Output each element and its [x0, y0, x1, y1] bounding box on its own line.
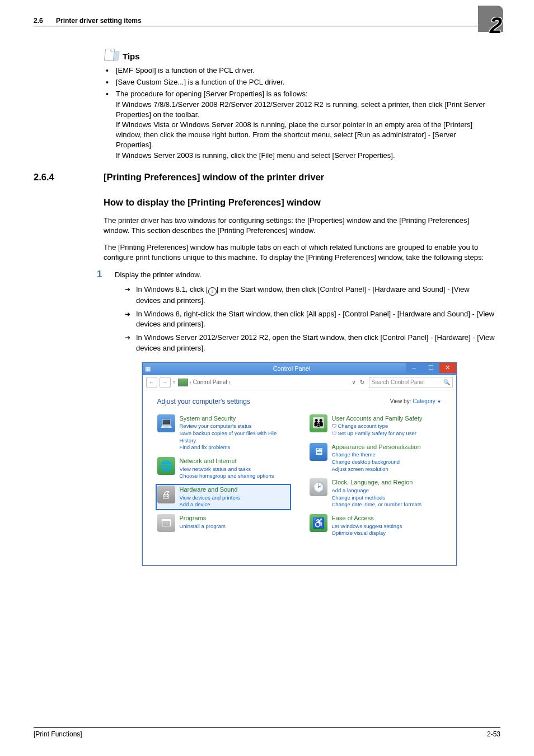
category-sublink[interactable]: Optimize visual display	[332, 530, 402, 537]
category-title[interactable]: Network and Internet	[180, 457, 274, 465]
category-sublink[interactable]: Change desktop background	[332, 459, 421, 466]
category-title[interactable]: System and Security	[180, 414, 289, 423]
header-section-number: 2.6	[34, 17, 56, 25]
search-icon: 🔍	[443, 379, 450, 386]
tips-item: The procedure for opening [Server Proper…	[104, 89, 495, 160]
category-item[interactable]: 👪User Accounts and Family SafetyChange a…	[310, 414, 442, 437]
category-item[interactable]: 🕑Clock, Language, and RegionAdd a langua…	[310, 478, 442, 508]
category-sublink[interactable]: Change the theme	[332, 451, 421, 459]
address-bar: ← → ↑ › Control Panel › v ↻ Search Contr…	[143, 375, 456, 390]
category-icon: 🌐	[157, 457, 175, 475]
category-title[interactable]: Ease of Access	[332, 514, 402, 522]
substep: In Windows 8, right-click the Start wind…	[115, 309, 495, 329]
chapter-tab: 2	[470, 6, 503, 36]
category-sublink[interactable]: Let Windows suggest settings	[332, 523, 402, 530]
category-title[interactable]: Hardware and Sound	[180, 486, 240, 494]
step-text: Display the printer window.	[115, 270, 495, 280]
running-header: 2.6 Printer driver setting items	[34, 17, 500, 26]
tips-heading: Tips	[104, 49, 495, 62]
view-by[interactable]: View by: Category ▼	[390, 398, 442, 405]
category-sublink[interactable]: View network status and tasks	[180, 466, 274, 473]
chevron-down-icon: ▼	[437, 399, 442, 404]
category-title[interactable]: Programs	[180, 514, 226, 522]
control-panel-screenshot: ▦ Control Panel – ☐ ✕ ← → ↑ › Control Pa…	[142, 362, 457, 566]
category-icon: 👪	[310, 414, 327, 432]
category-sublink[interactable]: Choose homegroup and sharing options	[180, 473, 274, 480]
category-sublink[interactable]: Save backup copies of your files with Fi…	[180, 430, 289, 445]
category-sublink[interactable]: Review your computer's status	[180, 423, 289, 430]
subsection-heading: How to display the [Printing Preferences…	[104, 196, 495, 209]
category-title[interactable]: Appearance and Personalization	[332, 443, 421, 451]
category-item[interactable]: 🖨Hardware and SoundView devices and prin…	[156, 484, 291, 510]
breadcrumb[interactable]: › Control Panel ›	[178, 379, 350, 386]
category-sublink[interactable]: Find and fix problems	[180, 444, 289, 451]
category-title[interactable]: User Accounts and Family Safety	[332, 414, 423, 423]
categories-left-column: 💻System and SecurityReview your computer…	[157, 414, 289, 538]
control-panel-icon	[178, 379, 188, 386]
search-placeholder: Search Control Panel	[372, 379, 425, 386]
category-icon: ♿	[310, 514, 327, 532]
category-item[interactable]: 💻System and SecurityReview your computer…	[157, 414, 289, 452]
forward-button[interactable]: →	[160, 377, 171, 388]
section-heading-264: 2.6.4 [Printing Preferences] window of t…	[34, 171, 495, 184]
substep: In Windows Server 2012/Server 2012 R2, o…	[115, 333, 495, 353]
up-button[interactable]: ↑	[173, 379, 176, 386]
section-heading-number: 2.6.4	[34, 171, 104, 184]
section-heading-text: [Printing Preferences] window of the pri…	[104, 171, 324, 184]
intro-paragraph-1: The printer driver has two windows for c…	[104, 216, 495, 236]
category-sublink[interactable]: Adjust screen resolution	[332, 466, 421, 473]
tips-list: [EMF Spool] is a function of the PCL dri…	[104, 66, 495, 161]
window-icon: ▦	[143, 365, 153, 373]
page-footer: [Print Functions] 2-53	[34, 727, 500, 738]
category-item[interactable]: 🖥Appearance and PersonalizationChange th…	[310, 443, 442, 473]
step-1: 1 Display the printer window. In Windows…	[97, 270, 495, 357]
window-titlebar: ▦ Control Panel – ☐ ✕	[143, 363, 456, 375]
step-number: 1	[97, 268, 115, 354]
categories-right-column: 👪User Accounts and Family SafetyChange a…	[310, 414, 442, 538]
category-icon: 🖨	[157, 486, 175, 503]
maximize-button[interactable]: ☐	[423, 363, 439, 373]
category-icon: 🕑	[310, 478, 327, 496]
footer-page-number: 2-53	[487, 730, 500, 738]
chapter-number: 2	[490, 13, 502, 38]
category-sublink[interactable]: Change date, time, or number formats	[332, 501, 422, 508]
substep: In Windows 8.1, click [↓] in the Start w…	[115, 284, 495, 306]
back-button[interactable]: ←	[146, 377, 157, 388]
intro-paragraph-2: The [Printing Preferences] window has mu…	[104, 242, 495, 263]
footer-left: [Print Functions]	[34, 730, 487, 738]
category-item[interactable]: 🗔ProgramsUninstall a program	[157, 514, 289, 532]
minimize-button[interactable]: –	[406, 363, 423, 373]
category-icon: 🖥	[310, 443, 327, 461]
category-sublink[interactable]: Add a device	[180, 501, 240, 508]
address-dropdown[interactable]: v	[353, 379, 355, 386]
tips-item: [Save Custom Size...] is a function of t…	[104, 77, 495, 87]
category-sublink[interactable]: View devices and printers	[180, 494, 240, 502]
breadcrumb-label: Control Panel	[193, 379, 227, 386]
category-item[interactable]: ♿Ease of AccessLet Windows suggest setti…	[310, 514, 442, 537]
step-substeps: In Windows 8.1, click [↓] in the Start w…	[115, 284, 495, 353]
header-section-title: Printer driver setting items	[56, 17, 500, 25]
category-sublink[interactable]: Change input methods	[332, 494, 422, 502]
tips-icon	[104, 49, 119, 62]
category-item[interactable]: 🌐Network and InternetView network status…	[157, 457, 289, 480]
category-sublink[interactable]: Uninstall a program	[180, 523, 226, 530]
down-arrow-circle-icon: ↓	[208, 287, 217, 296]
close-button[interactable]: ✕	[439, 363, 456, 373]
category-sublink[interactable]: Add a language	[332, 487, 422, 494]
tips-heading-text: Tips	[123, 50, 140, 62]
category-title[interactable]: Clock, Language, and Region	[332, 478, 422, 487]
category-sublink[interactable]: Change account type	[332, 423, 423, 430]
adjust-settings-heading: Adjust your computer's settings	[157, 397, 250, 407]
search-input[interactable]: Search Control Panel 🔍	[369, 377, 453, 388]
category-icon: 🗔	[157, 514, 175, 532]
category-icon: 💻	[157, 414, 175, 432]
category-sublink[interactable]: Set up Family Safety for any user	[332, 430, 423, 437]
tips-item: [EMF Spool] is a function of the PCL dri…	[104, 66, 495, 76]
refresh-button[interactable]: ↻	[358, 379, 367, 386]
